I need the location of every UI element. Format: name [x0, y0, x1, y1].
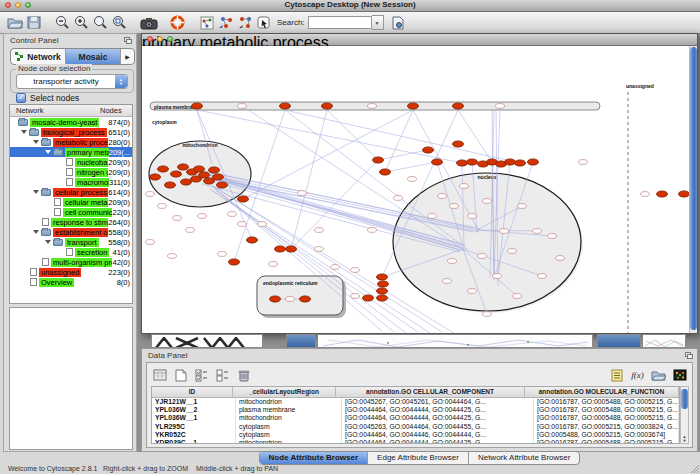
- network-node-selected[interactable]: [199, 172, 210, 178]
- zoom-out-icon[interactable]: [53, 13, 72, 32]
- tree-row[interactable]: macromolecule311(0): [10, 177, 132, 187]
- network-node-selected[interactable]: [247, 237, 258, 243]
- network-node[interactable]: [493, 274, 502, 279]
- network-node[interactable]: [218, 252, 227, 257]
- network-node-selected[interactable]: [453, 141, 464, 147]
- network-node[interactable]: [548, 234, 557, 239]
- close-window-icon[interactable]: [5, 2, 11, 8]
- network-node-selected[interactable]: [515, 160, 526, 166]
- network-node-selected[interactable]: [150, 174, 161, 180]
- network-node[interactable]: [513, 294, 522, 299]
- unselect-all-attributes-icon[interactable]: [214, 367, 231, 383]
- open-icon[interactable]: [5, 13, 24, 32]
- network-node-selected[interactable]: [453, 103, 464, 109]
- network-node[interactable]: [351, 294, 360, 299]
- network-node[interactable]: [238, 104, 247, 109]
- attribute-list-icon[interactable]: [608, 367, 625, 383]
- zoom-in-icon[interactable]: [72, 13, 91, 32]
- network-node[interactable]: [438, 194, 447, 199]
- select-nodes-checkbox[interactable]: ✓: [16, 93, 26, 103]
- function-builder-icon[interactable]: f(x): [629, 367, 646, 383]
- annotation-icon[interactable]: [254, 13, 273, 32]
- network-node-selected[interactable]: [300, 296, 311, 302]
- network-node-selected[interactable]: [657, 191, 668, 197]
- hidden-frame-titlebar[interactable]: [286, 334, 316, 348]
- hidden-frame-fragment[interactable]: [642, 334, 686, 348]
- network-node-selected[interactable]: [408, 103, 419, 109]
- expand-arrow-icon[interactable]: [21, 130, 27, 134]
- combobox-stepper-icon[interactable]: ▲▼: [115, 75, 127, 88]
- table-row[interactable]: YLR295Ccytoplasm[GO:0045263, GO:0044464,…: [152, 423, 679, 431]
- network-node-selected[interactable]: [217, 182, 228, 188]
- table-vertical-scrollbar[interactable]: ▲▼: [680, 386, 689, 444]
- network-node-selected[interactable]: [528, 159, 539, 165]
- attribute-table-header[interactable]: ID _cellularLayoutRegion annotation.GO C…: [152, 387, 679, 398]
- minimize-window-icon[interactable]: [15, 2, 21, 8]
- create-network-icon[interactable]: [197, 13, 216, 32]
- save-icon[interactable]: [24, 13, 43, 32]
- tree-row[interactable]: biological_process651(0): [10, 127, 132, 137]
- network-node[interactable]: [428, 214, 437, 219]
- network-node[interactable]: [238, 222, 247, 227]
- tree-row[interactable]: Overview8(0): [10, 277, 132, 287]
- network-node[interactable]: [286, 297, 295, 302]
- import-attributes-file-icon[interactable]: [650, 367, 667, 383]
- column-id[interactable]: ID: [152, 387, 233, 397]
- network-node[interactable]: [500, 229, 509, 234]
- network-node[interactable]: [478, 254, 487, 259]
- network-node-selected[interactable]: [171, 171, 182, 177]
- tree-row[interactable]: cell communicat22(0): [10, 207, 132, 217]
- network-canvas[interactable]: plasma membrane cytoplasm mitochondrion …: [142, 46, 689, 333]
- network-node-selected[interactable]: [457, 160, 468, 166]
- snapshot-icon[interactable]: [139, 13, 158, 32]
- search-input[interactable]: [308, 16, 372, 29]
- network-node[interactable]: [315, 247, 324, 252]
- network-node[interactable]: [368, 228, 377, 233]
- network-node-selected[interactable]: [280, 103, 291, 109]
- network-node-selected[interactable]: [229, 259, 240, 265]
- network-node-selected[interactable]: [322, 103, 333, 109]
- tab-overflow-icon[interactable]: ▶: [121, 49, 134, 64]
- tree-row[interactable]: unassigned223(0): [10, 267, 132, 277]
- table-row[interactable]: YJR121W__1mitochondrion[GO:0045267, GO:0…: [152, 398, 679, 406]
- network-node-selected[interactable]: [380, 169, 391, 175]
- tree-row[interactable]: metabolic process280(0): [10, 137, 132, 147]
- select-all-attributes-icon[interactable]: [193, 367, 210, 383]
- tree-row[interactable]: transport558(0): [10, 237, 132, 247]
- table-row[interactable]: YPL036W__2plasma membrane[GO:0044464, GO…: [152, 406, 679, 414]
- network-node[interactable]: [173, 216, 182, 221]
- network-node-selected[interactable]: [363, 295, 374, 301]
- float-panel-icon[interactable]: [124, 37, 132, 44]
- network-node[interactable]: [198, 214, 207, 219]
- tree-row[interactable]: mosaic-demo-yeast874(0): [10, 117, 132, 127]
- network-node[interactable]: [556, 256, 565, 261]
- network-node[interactable]: [468, 214, 477, 219]
- search-dropdown-icon[interactable]: ▼: [372, 15, 384, 30]
- vizmapper-icon[interactable]: [168, 13, 187, 32]
- node-color-combobox[interactable]: transporter activity ▲▼: [16, 74, 128, 89]
- network-node-selected[interactable]: [270, 296, 281, 302]
- network-node-selected[interactable]: [238, 196, 249, 202]
- scrollbar-thumb[interactable]: [681, 389, 688, 409]
- network-node-selected[interactable]: [377, 295, 388, 301]
- expand-arrow-icon[interactable]: [45, 150, 51, 154]
- frame-minimize-icon[interactable]: [157, 36, 163, 42]
- network-node-selected[interactable]: [194, 166, 205, 172]
- tree-row[interactable]: secretion41(0): [10, 247, 132, 257]
- network-node[interactable]: [508, 249, 517, 254]
- expand-arrow-icon[interactable]: [33, 190, 39, 194]
- tree-row[interactable]: multi-organism pro42(0): [10, 257, 132, 267]
- network-node[interactable]: [483, 199, 492, 204]
- network-node[interactable]: [331, 265, 340, 270]
- table-row[interactable]: YKR052Ccytoplasm[GO:0044464, GO:0044446,…: [152, 431, 679, 439]
- attribute-matrix-icon[interactable]: [671, 367, 688, 383]
- network-node-selected[interactable]: [467, 159, 478, 165]
- network-node[interactable]: [168, 254, 177, 259]
- scrollbar-arrows-icon[interactable]: ▲▼: [681, 435, 688, 443]
- network-node[interactable]: [351, 268, 360, 273]
- tree-row[interactable]: establishment of lo558(0): [10, 227, 132, 237]
- network-node-selected[interactable]: [377, 288, 388, 294]
- network-node-selected[interactable]: [192, 103, 203, 109]
- expand-arrow-icon[interactable]: [33, 230, 39, 234]
- network-node-selected[interactable]: [178, 164, 189, 170]
